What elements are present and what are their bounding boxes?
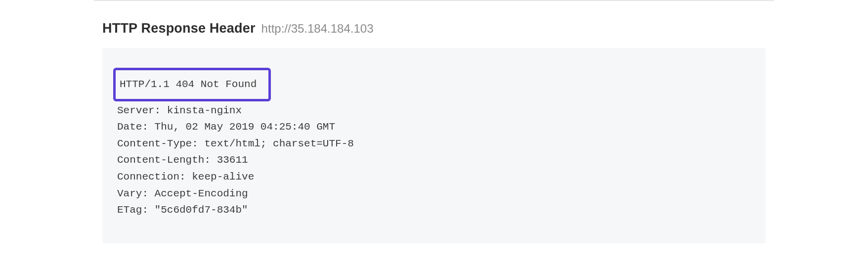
header-line: Connection: keep-alive: [117, 169, 751, 185]
content-area: HTTP Response Header http://35.184.184.1…: [0, 21, 868, 243]
header-line: Date: Thu, 02 May 2019 04:25:40 GMT: [117, 119, 751, 136]
header-line: Content-Type: text/html; charset=UTF-8: [117, 136, 751, 152]
status-line: HTTP/1.1 404 Not Found: [120, 79, 257, 90]
header-line: Content-Length: 33611: [117, 152, 751, 169]
header-line: ETag: "5c6d0fd7-834b": [117, 202, 751, 219]
heading-row: HTTP Response Header http://35.184.184.1…: [102, 21, 766, 36]
section-title: HTTP Response Header: [102, 21, 256, 36]
header-line: Vary: Accept-Encoding: [117, 185, 751, 202]
header-line: Server: kinsta-nginx: [117, 102, 751, 119]
status-line-highlight: HTTP/1.1 404 Not Found: [113, 68, 271, 101]
response-header-panel: HTTP/1.1 404 Not Found Server: kinsta-ng…: [102, 48, 766, 243]
section-divider: [94, 0, 774, 1]
section-url: http://35.184.184.103: [261, 22, 374, 36]
